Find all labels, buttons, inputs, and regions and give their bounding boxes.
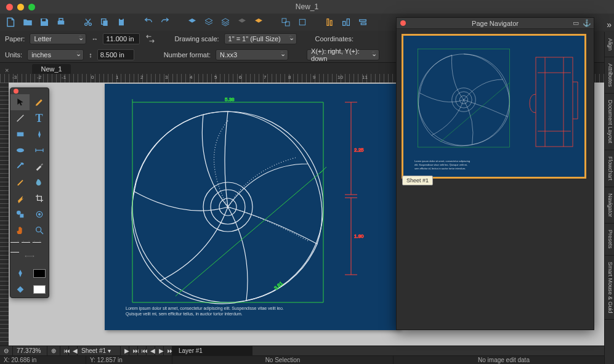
open-icon[interactable]	[20, 15, 35, 29]
svg-rect-12	[327, 19, 329, 26]
layer5-icon[interactable]	[251, 15, 266, 29]
coords-select[interactable]: X(+): right, Y(+): down	[307, 49, 379, 60]
fill-tool[interactable]	[10, 281, 30, 297]
nav-anchor-icon[interactable]: ⚓	[583, 19, 591, 27]
svg-rect-15	[347, 19, 349, 26]
minimize-window[interactable]	[17, 4, 24, 10]
shape-tool[interactable]	[10, 206, 30, 222]
redo-icon[interactable]	[158, 15, 172, 29]
rtab-smartmouse[interactable]: Smart Mouse & Guid	[605, 256, 614, 320]
height-field[interactable]: 8.500 in	[97, 49, 134, 60]
ellipse-tool[interactable]	[10, 142, 30, 158]
swap-icon[interactable]	[145, 33, 156, 44]
stroke-swatch[interactable]	[30, 265, 49, 281]
close-window[interactable]	[6, 4, 13, 10]
scale-select[interactable]: 1" = 1" (Full Size)	[224, 33, 297, 44]
numfmt-label: Number format:	[164, 51, 211, 59]
svg-rect-1	[58, 21, 65, 25]
rtab-navigator[interactable]: Navigator	[605, 187, 614, 224]
svg-text:elit. Suspendisse vitae velit : elit. Suspendisse vitae velit leo. Quisq…	[414, 163, 467, 166]
nib-tool[interactable]	[10, 265, 30, 281]
paste-icon[interactable]	[114, 15, 129, 29]
nav-last-icon[interactable]: ⏭	[129, 346, 138, 355]
nav-menu-icon[interactable]: ▭	[573, 19, 579, 27]
zoom-field[interactable]: 77.373%	[13, 346, 47, 355]
svg-point-46	[38, 213, 41, 216]
layer3-icon[interactable]	[218, 15, 233, 29]
layer-display[interactable]: Layer #1	[172, 346, 252, 355]
line-tool[interactable]	[10, 110, 30, 126]
navigator-titlebar[interactable]: Page Navigator ▭ ⚓	[397, 18, 594, 29]
page-thumbnail[interactable]: Lorem ipsum dolor sit amet, consectetur …	[402, 34, 586, 179]
smudge-tool[interactable]	[30, 174, 49, 190]
drawing-page[interactable]: 5.38 3.81 2.25 1.90 + Lorem ipsum dolor …	[105, 84, 400, 330]
close-navigator-icon[interactable]	[400, 20, 406, 26]
close-palette-icon[interactable]	[14, 89, 18, 94]
dimension-tool[interactable]	[30, 142, 49, 158]
units-select[interactable]: inches	[27, 49, 84, 60]
knife-tool[interactable]	[30, 158, 49, 174]
pen-tool[interactable]	[30, 94, 49, 110]
close-tab-icon[interactable]: ×	[0, 67, 14, 74]
cut-icon[interactable]	[81, 15, 95, 29]
selection-status: No Selection	[172, 356, 394, 364]
window-controls	[0, 4, 35, 10]
paper-select[interactable]: Letter	[30, 33, 86, 44]
arrow-style[interactable]	[10, 251, 49, 262]
numfmt-select[interactable]: N.xx3	[216, 49, 288, 60]
nav-first-icon[interactable]: ⏮	[60, 346, 69, 355]
layer1-icon[interactable]	[185, 15, 200, 29]
svg-rect-7	[119, 19, 124, 26]
svg-text:+: +	[226, 204, 230, 211]
rtab-attributes[interactable]: Attributes	[605, 57, 614, 94]
undo-icon[interactable]	[141, 15, 156, 29]
copy-icon[interactable]	[97, 15, 112, 29]
tab-new1[interactable]: New_1	[32, 64, 70, 74]
layer4-icon[interactable]	[235, 15, 249, 29]
new-doc-icon[interactable]	[4, 15, 18, 29]
nav-prev2-icon[interactable]: ◀	[147, 346, 155, 355]
toolbar-overflow-icon[interactable]: »	[607, 20, 612, 30]
zoom-area-tool[interactable]	[30, 206, 49, 222]
eyedropper-tool[interactable]	[10, 158, 30, 174]
brush-tool[interactable]	[10, 174, 30, 190]
group1-icon[interactable]	[278, 15, 293, 29]
tool-palette[interactable]: T - - - - - — — — —	[10, 87, 49, 298]
nav-next-icon[interactable]: ▶	[121, 346, 129, 355]
align2-icon[interactable]	[339, 15, 353, 29]
print-icon[interactable]	[54, 15, 68, 29]
zoom-out-icon[interactable]: ⊖	[0, 346, 13, 355]
nav-next2-icon[interactable]: ▶	[155, 346, 164, 355]
dash-style[interactable]: — — — —	[10, 242, 49, 251]
svg-line-37	[17, 115, 23, 122]
fill-swatch[interactable]	[30, 281, 49, 297]
rtab-doclayout[interactable]: Document Layout	[605, 94, 614, 150]
width-field[interactable]: 11.000 in	[103, 33, 140, 44]
window-title: New_1	[296, 2, 318, 11]
rtab-presets[interactable]: Presets	[605, 224, 614, 256]
bezier-tool[interactable]	[30, 126, 49, 142]
group2-icon[interactable]	[295, 15, 310, 29]
text-tool[interactable]: T	[30, 110, 49, 126]
svg-point-39	[17, 148, 24, 153]
page-navigator-panel[interactable]: Page Navigator ▭ ⚓	[396, 17, 594, 330]
zoom-window[interactable]	[28, 4, 35, 10]
align3-icon[interactable]	[355, 15, 370, 29]
rtab-align[interactable]: Align	[605, 32, 614, 57]
svg-text:1.90: 1.90	[354, 233, 364, 239]
nav-prev-icon[interactable]: ◀	[69, 346, 78, 355]
svg-rect-2	[59, 18, 63, 21]
sheet-select[interactable]: Sheet #1 ▾	[78, 346, 121, 355]
layer2-icon[interactable]	[201, 15, 216, 29]
svg-rect-17	[361, 23, 366, 25]
align1-icon[interactable]	[322, 15, 337, 29]
save-icon[interactable]	[37, 15, 52, 29]
rect-tool[interactable]	[10, 126, 30, 142]
zoom-in-icon[interactable]: ⊕	[47, 346, 60, 355]
rtab-flowchart[interactable]: Flowchart	[605, 150, 614, 187]
goo-tool[interactable]	[10, 190, 30, 206]
nav-first2-icon[interactable]: ⏮	[138, 346, 147, 355]
nav-last2-icon[interactable]: ⏭	[164, 346, 172, 355]
crop-tool[interactable]	[30, 190, 49, 206]
select-tool[interactable]	[10, 94, 30, 110]
